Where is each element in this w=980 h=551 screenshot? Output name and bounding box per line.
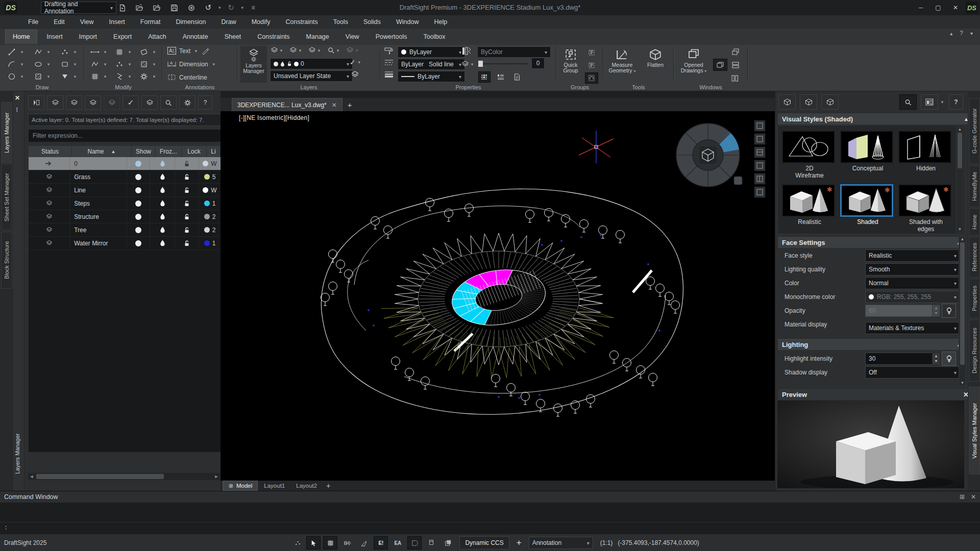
color-palette-button[interactable] xyxy=(478,71,491,83)
menu-draw[interactable]: Draw xyxy=(222,18,236,26)
draw-circle-tool[interactable]: ▾ xyxy=(4,70,31,83)
command-input-line[interactable]: : xyxy=(0,522,980,534)
settings-scrollbar[interactable]: ▲ ▼ xyxy=(959,236,966,386)
ribbon-tab-home[interactable]: Home xyxy=(5,30,37,44)
ungroup-button[interactable] xyxy=(585,47,598,58)
layer-linecolor-swatch[interactable]: 1 xyxy=(199,237,220,249)
layer-frozen-toggle[interactable] xyxy=(150,237,175,249)
layer-linecolor-swatch[interactable]: W xyxy=(199,157,220,170)
layer-name[interactable]: Steps xyxy=(70,197,127,210)
layers-hscrollbar[interactable]: ◄ ► xyxy=(28,473,220,480)
properties-doc-button[interactable] xyxy=(511,71,523,83)
layer-linecolor-swatch[interactable]: W xyxy=(199,184,220,196)
scroll-down-icon[interactable]: ▼ xyxy=(957,227,963,232)
layer-freeze-tool[interactable]: ▾ xyxy=(289,46,303,54)
layer-name[interactable]: Water Mirror xyxy=(70,237,127,249)
snap-settings-icon[interactable] xyxy=(291,536,304,549)
new-sheet-button[interactable]: + xyxy=(323,482,333,490)
layer-row-water-mirror[interactable]: Water Mirror1 xyxy=(29,237,220,250)
layer-show-toggle[interactable] xyxy=(127,223,150,236)
layer-name[interactable]: 0 xyxy=(70,157,127,170)
highlight-step-up[interactable]: ▲ xyxy=(933,353,940,359)
ribbon-tab-sheet[interactable]: Sheet xyxy=(217,30,249,43)
transparency-slider[interactable] xyxy=(477,61,528,67)
scroll-up-icon[interactable]: ▲ xyxy=(957,127,963,132)
draw-polyline-tool[interactable]: ▾ xyxy=(31,46,57,58)
layer-search-button[interactable] xyxy=(160,95,177,110)
layer-row-tree[interactable]: Tree2 xyxy=(29,223,220,237)
sheet-tab-layout2[interactable]: Layout2 xyxy=(291,482,322,490)
layer-lock-toggle[interactable] xyxy=(175,210,199,223)
layer-hide-tool[interactable]: ▾ xyxy=(270,46,284,54)
styles-scrollbar[interactable]: ▲ ▼ xyxy=(956,127,964,233)
new-visual-style-button[interactable] xyxy=(778,94,796,110)
scroll-left-icon[interactable]: ◄ xyxy=(28,474,35,479)
layer-show-toggle[interactable] xyxy=(127,157,150,170)
dock-tab-properties[interactable]: Properties xyxy=(969,279,980,318)
cascade-windows-button[interactable] xyxy=(729,46,742,57)
layer-row-0[interactable]: 0W xyxy=(29,157,220,170)
dock-tab-block-structure[interactable]: Block Structure xyxy=(1,232,12,289)
lineweight-display-icon[interactable] xyxy=(424,536,438,549)
lighting-quality-select[interactable]: Smooth▾ xyxy=(865,263,960,276)
entity-snap-icon[interactable]: E! xyxy=(374,536,388,549)
style-realistic[interactable]: ✱ Realistic xyxy=(782,184,837,233)
layer-settings-button[interactable] xyxy=(179,95,195,110)
shadow-display-select[interactable]: Off▾ xyxy=(865,366,960,379)
ribbon-tab-export[interactable]: Export xyxy=(106,30,139,43)
layer-lock-toggle[interactable] xyxy=(175,157,199,170)
opened-drawings-button[interactable]: OpenedDrawings ▾ xyxy=(678,47,709,83)
menu-modify[interactable]: Modify xyxy=(252,18,271,26)
style-2d-wireframe[interactable]: 2DWireframe xyxy=(782,131,837,179)
ribbon-tab-powertools[interactable]: Powertools xyxy=(369,30,414,43)
entity-track-icon[interactable]: EA xyxy=(390,536,405,549)
close-panel-icon[interactable]: ✕ xyxy=(15,94,20,102)
tile-vertical-button[interactable] xyxy=(728,72,742,84)
face-style-select[interactable]: Realistic▾ xyxy=(865,249,960,262)
layers-manager-button[interactable]: LayersManager xyxy=(240,46,267,83)
col-show[interactable]: Show xyxy=(132,146,156,157)
slider-handle[interactable] xyxy=(478,61,483,67)
close-command-window-icon[interactable]: ✕ xyxy=(971,493,976,500)
viewport-side-buttons[interactable] xyxy=(754,120,765,197)
ribbon-tab-attach[interactable]: Attach xyxy=(141,30,173,43)
dynamic-input-icon[interactable] xyxy=(407,536,422,549)
layer-lock-toggle[interactable] xyxy=(175,237,199,249)
layer-name[interactable]: Line xyxy=(70,184,127,196)
layer-name[interactable]: Grass xyxy=(70,170,127,183)
draw-point-tool[interactable]: ▾ xyxy=(57,46,84,58)
opacity-bulb-button[interactable] xyxy=(942,304,956,318)
layer-name[interactable]: Structure xyxy=(70,210,127,223)
layer-show-toggle[interactable] xyxy=(127,210,150,223)
layer-linecolor-swatch[interactable]: 1 xyxy=(199,197,220,210)
hatch-properties-icon[interactable] xyxy=(462,47,471,55)
properties-stack-icon[interactable]: ▾ xyxy=(461,60,475,68)
layer-lock-toggle[interactable] xyxy=(175,223,199,236)
style-shaded-with-edges[interactable]: ✱ Shaded withedges xyxy=(898,184,953,233)
col-name[interactable]: Name▲ xyxy=(72,146,132,157)
layer-row-grass[interactable]: Grass5 xyxy=(29,170,220,184)
style-shaded[interactable]: ✱ Shaded xyxy=(840,184,895,233)
style-hidden[interactable]: Hidden xyxy=(898,131,953,179)
layer-show-toggle[interactable] xyxy=(127,184,150,196)
switch-window-button[interactable] xyxy=(713,59,727,71)
visual-styles-header[interactable]: Visual Styles (Shaded)▲ xyxy=(777,113,973,125)
scroll-down-icon[interactable]: ▼ xyxy=(959,381,966,385)
modify-pattern-tool[interactable]: ▾ xyxy=(112,46,136,58)
layer-frozen-toggle[interactable] xyxy=(150,157,175,170)
color-mode-select[interactable]: Normal▾ xyxy=(865,277,960,289)
grid-toggle-icon[interactable] xyxy=(323,536,337,549)
scroll-right-icon[interactable]: ► xyxy=(213,474,220,479)
layer-lock-toggle[interactable] xyxy=(175,170,199,183)
edit-group-button[interactable] xyxy=(585,60,598,71)
sheet-tab-model[interactable]: Model xyxy=(223,481,258,491)
ribbon-tab-import[interactable]: Import xyxy=(72,30,104,43)
dock-tab-gcode-generator[interactable]: G-code Generator xyxy=(969,98,980,164)
material-display-select[interactable]: Materials & Textures▾ xyxy=(865,322,960,334)
layer-unisolate-tool[interactable]: ▾ xyxy=(346,46,359,54)
menu-help[interactable]: Help xyxy=(434,18,447,26)
navigation-wheel[interactable] xyxy=(676,123,742,187)
dock-command-window-icon[interactable]: ⊞ xyxy=(960,493,965,500)
layer-linecolor-swatch[interactable]: 2 xyxy=(199,223,220,236)
col-status[interactable]: Status xyxy=(29,146,72,157)
